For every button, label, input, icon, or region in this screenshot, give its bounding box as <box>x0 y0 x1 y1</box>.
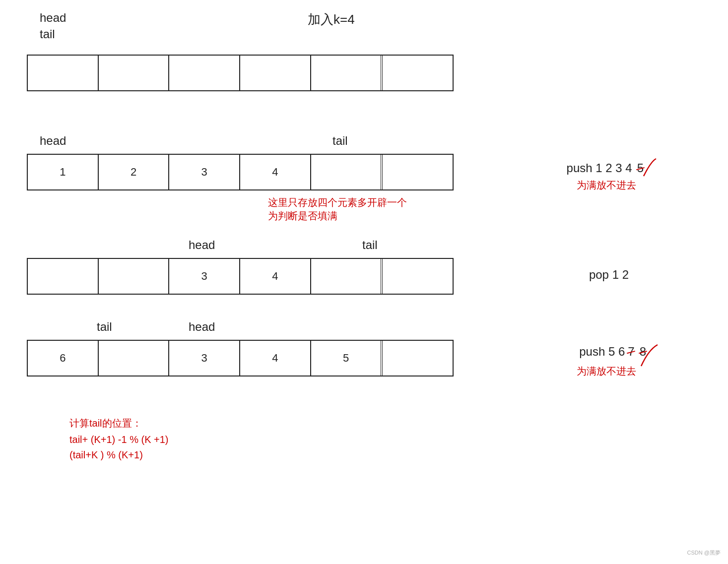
cell-s2-4 <box>311 155 383 189</box>
cell-s2-0: 1 <box>28 155 99 189</box>
cell-s3-3: 4 <box>240 259 311 294</box>
push-label-s2: push 1 2 3 4 5 <box>567 161 644 175</box>
push-note-text-s4: 为满放不进去 <box>577 366 636 376</box>
pop-label-s3: pop 1 2 <box>589 268 629 282</box>
pop12-array-section: 3 4 <box>27 258 454 295</box>
red-note-line2: 为判断是否填满 <box>268 209 407 223</box>
tail-label-s2: tail <box>332 134 348 147</box>
cell-s2-1: 2 <box>99 155 170 189</box>
cell-1 <box>99 56 170 90</box>
push-note-s2: 为满放不进去 <box>577 179 636 192</box>
cell-s2-3: 4 <box>240 155 311 189</box>
push-label-s4: push 5 6 7 8 <box>579 345 646 359</box>
head-label-s2: head <box>40 134 66 147</box>
cell-s3-0 <box>28 259 99 294</box>
push1234-array-section: 1 2 3 4 <box>27 154 454 190</box>
push5678-array-section: 6 3 4 5 <box>27 340 454 376</box>
cell-2 <box>169 56 240 90</box>
head-label-top: head <box>40 11 66 24</box>
footer-formulas: 计算tail的位置： tail+ (K+1) -1 % (K +1) (tail… <box>69 417 169 461</box>
strike-7: 7 <box>628 345 634 359</box>
tail-label-s3: tail <box>362 238 378 251</box>
cell-5 <box>383 56 453 90</box>
red-note-line1: 这里只存放四个元素多开辟一个 <box>268 196 407 209</box>
cell-s2-5 <box>383 155 453 189</box>
cell-s4-0: 6 <box>28 341 99 376</box>
empty-array-section <box>27 55 454 91</box>
cell-s2-2: 3 <box>169 155 240 189</box>
cell-s3-4 <box>311 259 383 294</box>
push-text-s4: push 5 6 <box>579 345 625 359</box>
red-note-s2: 这里只存放四个元素多开辟一个 为判断是否填满 <box>268 196 407 223</box>
tail-label-top: tail <box>40 27 55 41</box>
push-note-s4: 为满放不进去 <box>577 365 636 378</box>
cell-0 <box>28 56 99 90</box>
cell-s3-5 <box>383 259 453 294</box>
watermark: CSDN @黑夢 <box>687 549 721 557</box>
formula-title: 计算tail的位置： <box>69 417 169 430</box>
slash-svg-s4 <box>639 342 663 370</box>
cell-s4-2: 3 <box>169 341 240 376</box>
pop-text-s3: pop 1 2 <box>589 268 629 281</box>
push-note-text-s2: 为满放不进去 <box>577 180 636 190</box>
push-num7: 7 <box>628 345 634 359</box>
formula-line2: tail+ (K+1) -1 % (K +1) <box>69 434 169 445</box>
head-label-s4: head <box>189 320 215 333</box>
pop12-array-grid: 3 4 <box>27 258 454 295</box>
tail-label-s4: tail <box>97 320 112 333</box>
cell-3 <box>240 56 311 90</box>
cell-4 <box>311 56 383 90</box>
slash-svg-s2 <box>639 156 659 181</box>
formula-line3: (tail+K ) % (K+1) <box>69 449 169 461</box>
cell-s4-1 <box>99 341 170 376</box>
empty-array-grid <box>27 55 454 91</box>
cell-s3-1 <box>99 259 170 294</box>
k-title: 加入k=4 <box>308 12 355 27</box>
push-text-s2: push 1 2 3 4 <box>567 161 632 175</box>
cell-s3-2: 3 <box>169 259 240 294</box>
head-label-s3: head <box>189 238 215 251</box>
push1234-array-grid: 1 2 3 4 <box>27 154 454 190</box>
cell-s4-4: 5 <box>311 341 383 376</box>
cell-s4-5 <box>383 341 453 376</box>
push5678-array-grid: 6 3 4 5 <box>27 340 454 376</box>
cell-s4-3: 4 <box>240 341 311 376</box>
